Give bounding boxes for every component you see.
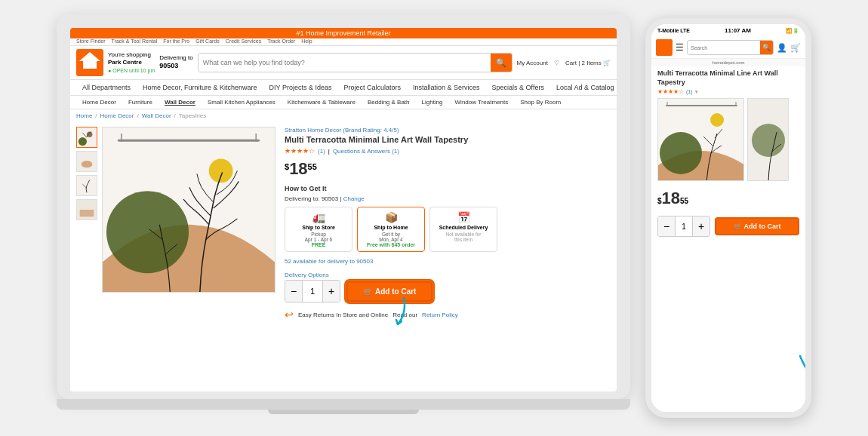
thumbnail-3[interactable]	[76, 175, 97, 196]
cart-link[interactable]: Cart | 2 Items 🛒	[565, 60, 611, 66]
zip-code: 90503	[159, 62, 192, 71]
svg-rect-11	[118, 140, 260, 142]
mobile-qty-increase-button[interactable]: +	[693, 216, 709, 236]
subnav-shop-room[interactable]: Shop By Room	[514, 96, 567, 109]
store-name: Park Centre	[108, 59, 155, 66]
svg-point-15	[660, 132, 702, 174]
subnav-furniture[interactable]: Furniture	[122, 96, 159, 109]
mobile-url-bar: homedepot.com	[651, 59, 805, 66]
mobile-price-cents: 55	[680, 197, 688, 205]
main-product-image	[102, 127, 275, 293]
mobile-header: ☰ 🔍 👤 🛒	[651, 37, 805, 59]
subnav-bedding[interactable]: Bedding & Bath	[362, 96, 416, 109]
breadcrumb-home-decor[interactable]: Home Decor	[100, 112, 134, 119]
breadcrumb-wall-decor[interactable]: Wall Decor	[142, 112, 171, 119]
image-section	[76, 127, 275, 339]
brand-name[interactable]: Stratton Home Decor (Brand Rating: 4.4/5…	[285, 127, 611, 134]
breadcrumb-sep-3: /	[174, 112, 176, 119]
subnav-lighting[interactable]: Lighting	[416, 96, 449, 109]
main-nav: All Departments Home Decor, Furniture & …	[70, 80, 617, 96]
top-banner-text: #1 Home Improvement Retailer	[296, 29, 390, 37]
hamburger-menu-icon[interactable]: ☰	[676, 42, 684, 53]
mobile-logo	[656, 39, 673, 56]
how-to-get-label: How to Get It	[285, 185, 611, 192]
store-finder-link[interactable]: Store Finder	[76, 38, 106, 44]
laptop-base	[57, 399, 630, 410]
review-count-link[interactable]: (1)	[318, 148, 325, 155]
svg-point-10	[209, 159, 233, 183]
nav-specials[interactable]: Specials & Offers	[486, 80, 550, 95]
quantity-control[interactable]: − 1 +	[285, 280, 340, 302]
thumbnail-2[interactable]	[76, 151, 97, 172]
mobile-qty-decrease-button[interactable]: −	[658, 216, 675, 236]
ship-home-detail1: Get it by	[364, 232, 418, 237]
scheduled-delivery-option[interactable]: 📅 Scheduled Delivery Not available for t…	[429, 207, 497, 252]
breadcrumb-sep-1: /	[95, 112, 97, 119]
mobile-account-icon[interactable]: 👤	[777, 43, 787, 53]
cart-icon: 🛒	[363, 287, 372, 296]
gift-cards-link[interactable]: Gift Cards	[195, 38, 220, 44]
subnav-window[interactable]: Window Treatments	[449, 96, 515, 109]
qty-increase-button[interactable]: +	[323, 281, 340, 302]
help-link[interactable]: Help	[301, 38, 312, 44]
mobile-qty-cart-row: − 1 + 🛒 Add to Cart	[651, 211, 805, 241]
svg-rect-7	[80, 210, 94, 216]
mobile-qty-value: 1	[675, 216, 693, 236]
mobile-search-button[interactable]: 🔍	[760, 41, 773, 54]
scheduled-detail2: this item	[436, 237, 491, 242]
my-account-link[interactable]: My Account	[517, 60, 548, 66]
delivery-options-link[interactable]: Delivery Options	[285, 272, 329, 278]
store-info: You're shopping Park Centre ● OPEN until…	[108, 51, 155, 74]
mobile-rating-chevron: ▾	[695, 89, 698, 95]
breadcrumb: Home / Home Decor / Wall Decor / Tapestr…	[70, 109, 617, 122]
search-button[interactable]: 🔍	[491, 54, 512, 72]
track-tool-link[interactable]: Track & Tool Rental	[112, 38, 158, 44]
mobile-quantity-control[interactable]: − 1 +	[657, 216, 710, 237]
laptop-body: #1 Home Improvement Retailer Store Finde…	[57, 14, 630, 399]
nav-all-departments[interactable]: All Departments	[76, 80, 137, 95]
search-input[interactable]	[199, 54, 491, 72]
mobile-review-count[interactable]: (1)	[686, 89, 693, 94]
mobile-header-icons: 👤 🛒	[777, 43, 801, 53]
subnav-home-decor[interactable]: Home Decor	[76, 96, 122, 109]
mobile-thumb-image[interactable]	[747, 98, 789, 181]
for-pro-link[interactable]: For the Pro	[163, 38, 189, 44]
mobile-add-to-cart-button[interactable]: 🛒 Add to Cart	[715, 217, 799, 235]
mobile-device: T-Mobile LTE 11:07 AM 📶🔋 ☰ 🔍 👤 🛒 homedep…	[645, 18, 811, 418]
status-icons: 📶🔋	[786, 28, 799, 34]
svg-point-4	[82, 161, 93, 167]
breadcrumb-home[interactable]: Home	[76, 112, 92, 119]
shopping-at-label: You're shopping	[108, 51, 155, 59]
qa-link[interactable]: Questions & Answers (1)	[333, 148, 399, 155]
thumbnail-4[interactable]	[76, 199, 97, 220]
subnav-small-kitchen[interactable]: Small Kitchen Appliances	[202, 96, 282, 109]
credit-services-link[interactable]: Credit Services	[226, 38, 261, 44]
mobile-search-bar[interactable]: 🔍	[687, 40, 774, 55]
qty-decrease-button[interactable]: −	[285, 281, 302, 302]
subnav-wall-decor[interactable]: Wall Decor	[159, 96, 202, 109]
scheduled-title: Scheduled Delivery	[436, 225, 491, 230]
ship-store-title: Ship to Store	[291, 225, 346, 230]
mobile-search-input[interactable]	[688, 45, 760, 51]
ship-store-detail2: Apr 1 - Apr 6	[291, 237, 346, 242]
subnav-kitchenware[interactable]: Kitchenware & Tableware	[282, 96, 362, 109]
mobile-add-to-cart-label: Add to Cart	[744, 223, 781, 230]
mobile-main-image	[657, 98, 744, 181]
nav-calculators[interactable]: Project Calculators	[337, 80, 407, 95]
product-area: Stratton Home Decor (Brand Rating: 4.4/5…	[70, 122, 617, 343]
track-order-link[interactable]: Track Order	[267, 38, 295, 44]
laptop-device: #1 Home Improvement Retailer Store Finde…	[57, 14, 630, 422]
search-bar[interactable]: 🔍	[198, 53, 512, 72]
wishlist-icon[interactable]: ♡	[554, 60, 559, 66]
ship-to-home-option[interactable]: 📦 Ship to Home Get it by Mon, Apr 4 Free…	[357, 207, 425, 252]
nav-local-ad[interactable]: Local Ad & Catalog	[550, 80, 617, 95]
svg-point-2	[78, 137, 87, 146]
mobile-cart-icon[interactable]: 🛒	[790, 43, 801, 53]
change-zip-link[interactable]: Change	[343, 195, 365, 202]
nav-diy[interactable]: DIY Projects & Ideas	[263, 80, 338, 95]
ship-home-title: Ship to Home	[364, 225, 418, 230]
thumbnail-1[interactable]	[76, 127, 97, 148]
nav-home-decor-furniture[interactable]: Home Decor, Furniture & Kitchenware	[137, 80, 263, 95]
nav-installation[interactable]: Installation & Services	[407, 80, 486, 95]
ship-to-store-option[interactable]: 🚛 Ship to Store Pickup Apr 1 - Apr 6 FRE…	[285, 207, 352, 252]
